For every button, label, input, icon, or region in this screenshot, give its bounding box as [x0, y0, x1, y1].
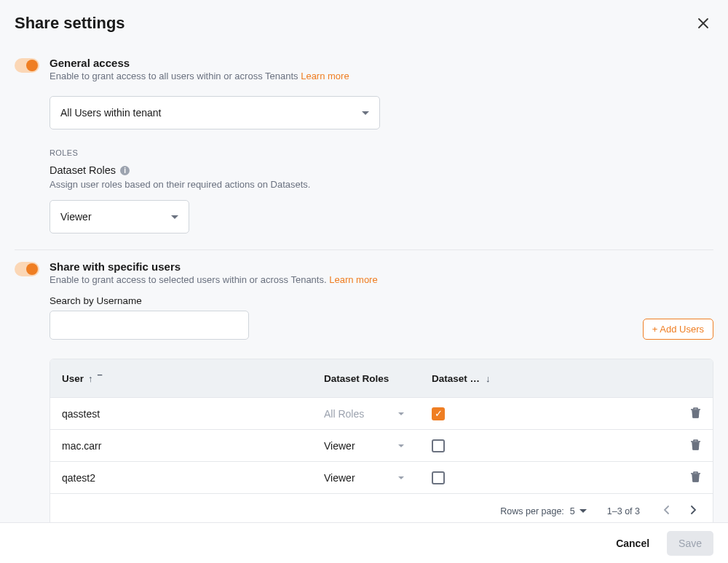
close-button[interactable] [693, 13, 713, 33]
row-role-select[interactable]: Viewer [324, 440, 404, 452]
dialog-body: General access Enable to grant access to… [0, 41, 728, 522]
delete-row-button[interactable] [690, 471, 701, 485]
role-select-value: Viewer [60, 211, 92, 223]
general-learn-more-link[interactable]: Learn more [301, 71, 349, 81]
chevron-down-icon [362, 111, 369, 115]
general-access-heading: General access [50, 57, 349, 69]
row-role-select[interactable]: Viewer [324, 472, 404, 484]
chevron-down-icon [398, 476, 404, 479]
role-select[interactable]: Viewer [50, 200, 189, 233]
general-access-desc: Enable to grant access to all users with… [50, 71, 349, 81]
dialog-header: Share settings [0, 0, 728, 41]
dataset-admin-checkbox[interactable] [432, 471, 445, 484]
specific-users-toggle[interactable] [15, 262, 39, 276]
general-access-toggle[interactable] [15, 58, 39, 73]
remove-filter-icon[interactable]: – [98, 370, 103, 379]
col-header-user[interactable]: User ↑ – [62, 373, 324, 384]
dataset-roles-desc: Assign user roles based on their require… [50, 179, 713, 190]
trash-icon [690, 471, 701, 483]
table-header-row: User ↑ – Dataset Roles Dataset … ↓ [50, 359, 713, 397]
scope-select[interactable]: All Users within tenant [50, 96, 380, 129]
chevron-right-icon [689, 506, 697, 514]
close-icon [697, 17, 709, 29]
scope-select-value: All Users within tenant [60, 107, 162, 119]
chevron-left-icon [663, 506, 670, 514]
cancel-button[interactable]: Cancel [609, 532, 657, 555]
col-header-admin[interactable]: Dataset … ↓ [432, 373, 548, 384]
specific-users-desc: Enable to grant access to selected users… [50, 274, 378, 285]
trash-icon [690, 439, 701, 451]
add-users-button[interactable]: + Add Users [643, 319, 713, 340]
cell-user: qasstest [62, 408, 324, 420]
users-table: User ↑ – Dataset Roles Dataset … ↓ [50, 359, 713, 522]
search-input[interactable] [50, 311, 249, 340]
chevron-down-icon [579, 509, 587, 513]
specific-users-heading: Share with specific users [50, 260, 378, 273]
table-row: mac.carrViewer [50, 429, 713, 461]
trash-icon [690, 407, 701, 419]
search-label: Search by Username [50, 295, 713, 306]
svg-rect-1 [693, 442, 699, 450]
cell-user: mac.carr [62, 440, 324, 452]
info-icon[interactable]: i [120, 166, 130, 175]
specific-learn-more-link[interactable]: Learn more [329, 274, 377, 285]
chevron-down-icon [398, 412, 404, 415]
dialog-title: Share settings [15, 14, 125, 33]
share-settings-dialog: Share settings General access Enable to … [0, 0, 728, 563]
check-icon: ✓ [435, 409, 443, 418]
dataset-admin-checkbox[interactable]: ✓ [432, 407, 445, 420]
general-access-section: General access Enable to grant access to… [15, 47, 713, 249]
row-role-select: All Roles [324, 408, 404, 420]
dialog-footer: Cancel Save [0, 522, 728, 563]
rows-per-page-label: Rows per page: [500, 506, 564, 516]
delete-row-button[interactable] [690, 439, 701, 453]
save-button[interactable]: Save [667, 531, 713, 556]
chevron-down-icon [171, 215, 178, 219]
svg-rect-0 [693, 410, 699, 418]
table-row: qasstestAll Roles✓ [50, 397, 713, 429]
next-page-button[interactable] [687, 503, 700, 519]
roles-section-label: ROLES [50, 148, 713, 157]
cell-user: qatest2 [62, 472, 324, 484]
pagination-range: 1–3 of 3 [607, 506, 640, 516]
specific-users-section: Share with specific users Enable to gran… [15, 250, 713, 522]
table-row: qatest2Viewer [50, 461, 713, 493]
sort-asc-icon: ↑ [88, 373, 93, 384]
dataset-admin-checkbox[interactable] [432, 439, 445, 452]
rows-per-page-select[interactable]: 5 [570, 506, 587, 516]
delete-row-button[interactable] [690, 407, 701, 421]
chevron-down-icon [398, 444, 404, 447]
svg-rect-2 [693, 474, 699, 482]
sort-desc-icon: ↓ [486, 373, 491, 384]
col-header-roles[interactable]: Dataset Roles [324, 373, 432, 384]
table-footer: Rows per page: 5 1–3 of 3 [50, 493, 713, 522]
dataset-roles-label: Dataset Roles [50, 164, 116, 176]
prev-page-button[interactable] [660, 503, 673, 519]
